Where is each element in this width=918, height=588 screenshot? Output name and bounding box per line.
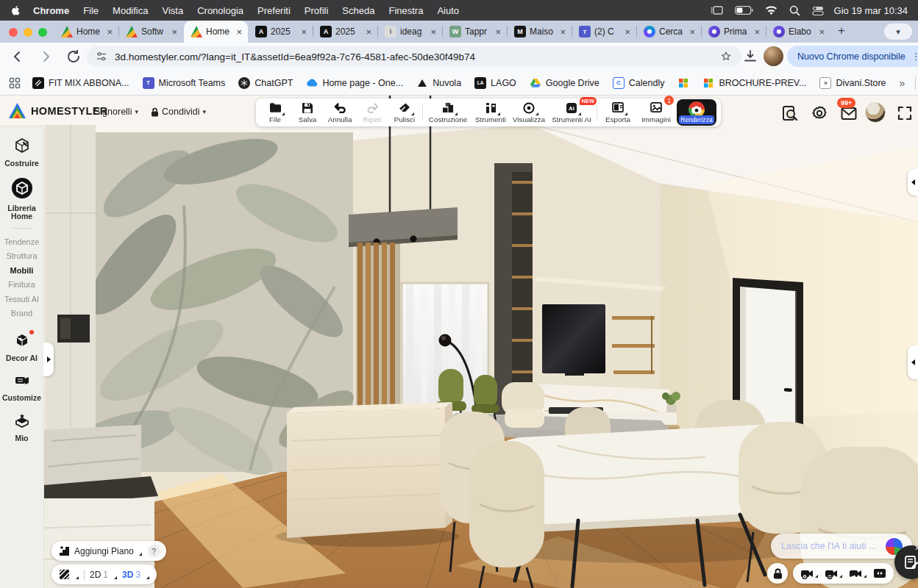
close-tab-icon[interactable]: × xyxy=(494,26,502,37)
tab-prima[interactable]: Prima× xyxy=(702,21,766,43)
close-tab-icon[interactable]: × xyxy=(105,26,114,37)
render-button[interactable]: Renderizza xyxy=(677,99,716,126)
sidebar-item-mio[interactable]: Mio xyxy=(0,412,43,443)
chrome-profile-avatar[interactable] xyxy=(764,46,783,66)
menu-cronologia[interactable]: Cronologia xyxy=(197,5,243,16)
share-menu[interactable]: Condividi▾ xyxy=(151,107,206,117)
new-tab-button[interactable]: + xyxy=(830,21,853,43)
apple-icon[interactable] xyxy=(10,4,21,16)
undo-button[interactable]: Annulla xyxy=(324,98,356,126)
bookmark-calendly[interactable]: CCalendly xyxy=(613,77,665,89)
close-tab-icon[interactable]: × xyxy=(817,26,826,37)
wood-slat-partition[interactable] xyxy=(356,243,400,410)
sidebar-category-brand[interactable]: Brand xyxy=(0,306,43,321)
camera-settings-button[interactable] xyxy=(825,568,842,579)
user-avatar[interactable] xyxy=(865,102,886,123)
images-button[interactable]: 1 Immagini xyxy=(637,98,675,126)
sidebar-category-struttura[interactable]: Struttura xyxy=(0,249,43,264)
zoom-window-button[interactable] xyxy=(38,28,47,37)
bookmark-brochure[interactable]: BROCHURE-PREV... xyxy=(702,77,806,89)
tab-home-active[interactable]: Home× xyxy=(184,21,248,43)
omnibox[interactable]: 3d.homestyler.com/?lang=it_IT&assetId=6e… xyxy=(87,46,741,67)
menu-clock[interactable]: Gio 19 mar 10:34 xyxy=(834,5,908,16)
settings-gear-icon[interactable] xyxy=(811,104,828,122)
sidebar-category-tendenze[interactable]: Tendenze xyxy=(0,235,43,250)
bookmark-star-icon[interactable] xyxy=(719,50,733,63)
menu-vista[interactable]: Vista xyxy=(163,5,184,16)
forward-button[interactable] xyxy=(37,48,54,65)
menu-modifica[interactable]: Modifica xyxy=(113,5,148,16)
menu-profili[interactable]: Profili xyxy=(305,5,329,16)
download-icon[interactable] xyxy=(741,48,759,65)
floorplan-icon[interactable] xyxy=(59,569,70,580)
ai-assistant-input[interactable] xyxy=(781,541,884,551)
fullscreen-icon[interactable] xyxy=(896,104,914,122)
scene-inspector-icon[interactable] xyxy=(781,104,799,122)
tab-2025-a[interactable]: A2025× xyxy=(249,21,313,43)
save-button[interactable]: Salva xyxy=(291,98,324,126)
spotlight-search-icon[interactable] xyxy=(789,5,800,16)
menu-preferiti[interactable]: Preferiti xyxy=(257,5,291,16)
menu-aiuto[interactable]: Aiuto xyxy=(437,5,459,16)
close-tab-icon[interactable]: × xyxy=(299,26,308,37)
sidebar-category-finitura[interactable]: Finitura xyxy=(0,278,43,293)
minimize-window-button[interactable] xyxy=(24,28,32,37)
url-text[interactable]: 3d.homestyler.com/?lang=it_IT&assetId=6e… xyxy=(115,51,712,62)
bookmark-fitmix[interactable]: FIT MIX ABBONA... xyxy=(32,77,129,89)
bookmarks-overflow-chevron[interactable]: » xyxy=(900,77,905,89)
close-tab-icon[interactable]: × xyxy=(558,26,567,37)
mode-3d-button[interactable]: 3D3 xyxy=(122,570,140,580)
sidebar-item-decor-ai[interactable]: Decor AI xyxy=(0,331,43,363)
bookmark-google-drive[interactable]: Google Drive xyxy=(530,77,599,89)
sidebar-item-libreria-home[interactable]: Libreria Home xyxy=(0,177,43,221)
add-floor-button[interactable]: Aggiungi Piano ? xyxy=(51,541,166,561)
close-icon[interactable]: ✕ xyxy=(915,544,918,552)
menu-chrome[interactable]: Chrome xyxy=(33,5,69,16)
tab-software[interactable]: Softw× xyxy=(119,21,183,43)
bookmark-teams[interactable]: TMicrosoft Teams xyxy=(143,77,226,89)
close-tab-icon[interactable]: × xyxy=(688,26,697,37)
redo-button[interactable]: Ripeti xyxy=(356,98,388,126)
bookshelf-column[interactable] xyxy=(494,163,533,415)
back-button[interactable] xyxy=(9,48,26,65)
display-icon[interactable] xyxy=(711,5,723,15)
tab-search-chevron[interactable]: ▾ xyxy=(884,24,912,40)
tools-button[interactable]: Strumenti xyxy=(472,98,510,126)
wifi-icon[interactable] xyxy=(765,6,778,15)
site-settings-icon[interactable] xyxy=(96,51,107,62)
reload-button[interactable] xyxy=(65,48,82,65)
view-button[interactable]: Visualizza xyxy=(510,98,548,126)
right-panel-handle-top[interactable] xyxy=(908,169,918,196)
close-tab-icon[interactable]: × xyxy=(429,26,438,37)
tab-tappr[interactable]: WTappr× xyxy=(443,21,507,43)
close-window-button[interactable] xyxy=(9,28,18,37)
lock-view-button[interactable] xyxy=(767,563,788,584)
tab-home-1[interactable]: Home× xyxy=(54,21,118,43)
close-tab-icon[interactable]: × xyxy=(364,26,373,37)
close-tab-icon[interactable]: × xyxy=(170,26,179,37)
export-button[interactable]: Esporta xyxy=(599,98,637,126)
fit-view-button[interactable] xyxy=(873,568,886,578)
close-tab-icon[interactable]: × xyxy=(235,26,243,37)
tab-cerca[interactable]: Cerca× xyxy=(637,21,701,43)
tab-ideagroup[interactable]: iideag× xyxy=(378,21,442,43)
chrome-update-button[interactable]: Nuovo Chrome disponibile ⋮ xyxy=(787,46,918,67)
bookmark-chatgpt[interactable]: ChatGPT xyxy=(238,77,293,89)
sidebar-item-costruire[interactable]: Costruire xyxy=(0,137,43,168)
ai-tools-button[interactable]: NEW Ai Strumenti AI xyxy=(548,98,595,126)
help-button[interactable]: ? xyxy=(148,545,160,557)
kitchen-island[interactable] xyxy=(276,402,460,547)
sidebar-category-tessuti-ai[interactable]: Tessuti AI xyxy=(0,293,43,307)
tab-teams-chat[interactable]: T(2) C× xyxy=(572,21,636,43)
menu-finestra[interactable]: Finestra xyxy=(388,5,423,16)
bookmark-divani[interactable]: ≋Divani.Store xyxy=(819,77,886,89)
file-button[interactable]: File xyxy=(259,98,291,126)
sidebar-category-mobili[interactable]: Mobili xyxy=(0,264,43,279)
tab-maison[interactable]: MMaiso× xyxy=(508,21,572,43)
bookmark-ms-app[interactable] xyxy=(677,77,689,89)
armchair[interactable] xyxy=(502,382,544,428)
apps-grid-icon[interactable] xyxy=(9,77,21,89)
close-tab-icon[interactable]: × xyxy=(623,26,632,37)
mode-2d-button[interactable]: 2D1 xyxy=(90,570,108,580)
menu-scheda[interactable]: Scheda xyxy=(342,5,374,16)
